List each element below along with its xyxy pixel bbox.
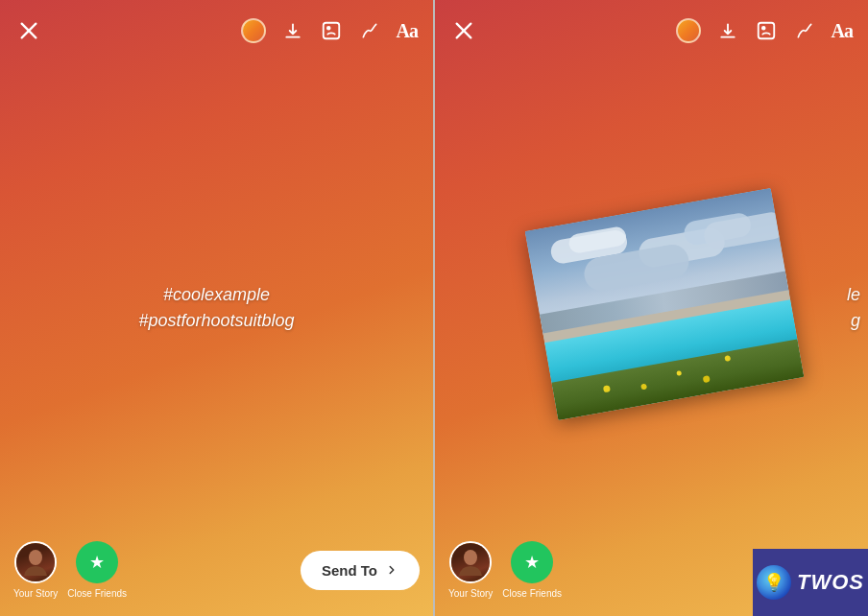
close-friends-label-left: Close Friends: [67, 588, 127, 599]
text-button-right[interactable]: Aa: [832, 20, 853, 42]
chevron-right-icon: [385, 563, 398, 577]
twos-label: TWOS: [797, 570, 864, 595]
left-toolbar: Aa: [0, 0, 433, 54]
star-icon-right: ★: [524, 552, 540, 573]
avatar-right: [449, 541, 492, 583]
app-wrapper: Aa #coolexample #postforhootsuitblog Y: [0, 0, 868, 616]
close-button-right[interactable]: [450, 17, 477, 44]
svg-rect-3: [323, 23, 339, 39]
svg-point-11: [464, 550, 477, 565]
hashtag-text-left: #coolexample #postforhootsuitblog: [138, 282, 294, 334]
svg-rect-9: [758, 23, 774, 39]
avatar-left: [14, 541, 57, 583]
left-panel: Aa #coolexample #postforhootsuitblog Y: [0, 0, 435, 616]
send-to-label: Send To: [322, 562, 377, 579]
right-toolbar: Aa: [435, 0, 868, 54]
send-to-button[interactable]: Send To: [301, 551, 420, 590]
left-bottom-bar: Your Story ★ Close Friends Send To: [0, 530, 433, 616]
twos-logo: 💡: [757, 565, 791, 600]
close-friends-button-left[interactable]: ★ Close Friends: [67, 541, 127, 599]
friends-circle-left: ★: [76, 541, 118, 583]
close-friends-label-right: Close Friends: [502, 588, 562, 599]
hashtag-partial-1: le: [847, 282, 860, 308]
your-story-label-left: Your Story: [13, 588, 58, 599]
flower-3: [676, 370, 682, 376]
hashtag-partial-2: g: [847, 308, 860, 334]
svg-point-10: [761, 27, 764, 30]
close-button-left[interactable]: [15, 17, 42, 44]
svg-point-5: [29, 550, 42, 565]
twos-watermark: 💡 TWOS: [753, 549, 868, 616]
right-panel: Aa: [435, 0, 868, 616]
draw-icon-left[interactable]: [358, 19, 381, 42]
friends-circle-right: ★: [511, 541, 553, 583]
bulb-icon: 💡: [763, 572, 784, 593]
sticker-icon-right[interactable]: [755, 19, 778, 42]
download-icon-right[interactable]: [716, 19, 739, 42]
color-picker-right[interactable]: [676, 18, 701, 43]
draw-icon-right[interactable]: [793, 19, 816, 42]
hashtag-line-2: #postforhootsuitblog: [138, 308, 294, 334]
text-button-left[interactable]: Aa: [397, 20, 418, 42]
your-story-button-left[interactable]: Your Story: [13, 541, 58, 599]
hashtag-line-1: #coolexample: [138, 282, 294, 308]
hashtag-partial-right: le g: [847, 282, 860, 334]
close-friends-button-right[interactable]: ★ Close Friends: [502, 541, 562, 599]
svg-point-4: [326, 27, 329, 30]
download-icon-left[interactable]: [281, 19, 304, 42]
sticker-icon-left[interactable]: [320, 19, 343, 42]
star-icon-left: ★: [89, 552, 105, 573]
your-story-label-right: Your Story: [448, 588, 493, 599]
your-story-button-right[interactable]: Your Story: [448, 541, 493, 599]
color-picker-left[interactable]: [241, 18, 266, 43]
